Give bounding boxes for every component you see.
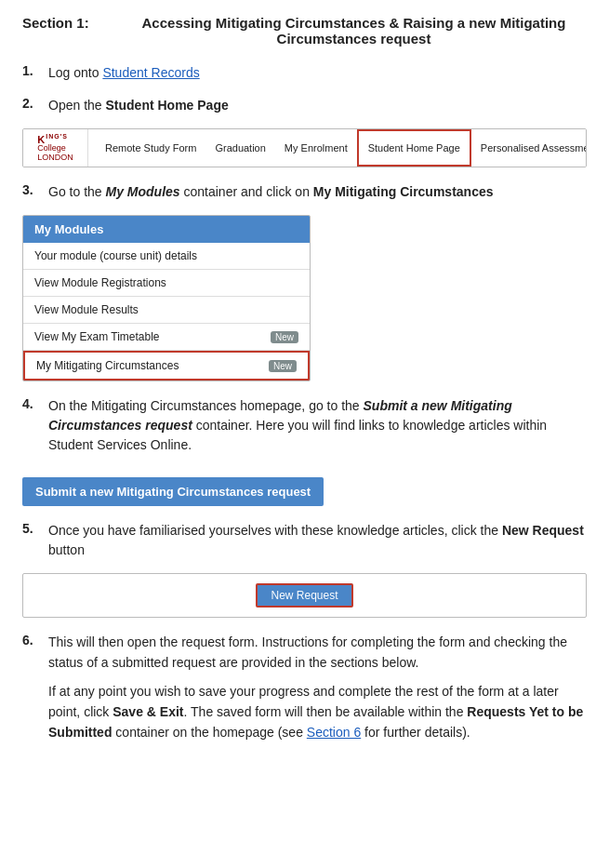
step-6-para2-mid: . The saved form will then be available … [184, 704, 468, 719]
step-1-text-before: Log onto [48, 65, 102, 80]
steps-list: 1. Log onto Student Records 2. Open the … [22, 63, 587, 752]
step-6-content: This will then open the request form. In… [48, 633, 587, 752]
step-4-content: On the Mitigating Circumstances homepage… [48, 396, 587, 455]
section-header: Section 1: Accessing Mitigating Circumst… [22, 15, 587, 47]
step-4-number: 4. [22, 396, 41, 411]
step-5-text: Once you have familiarised yourselves wi… [48, 523, 584, 557]
step-5: 5. Once you have familiarised yourselves… [22, 521, 587, 560]
step-1-content: Log onto Student Records [48, 63, 587, 83]
step-4: 4. On the Mitigating Circumstances homep… [22, 396, 587, 455]
nav-graduation[interactable]: Graduation [205, 129, 274, 167]
step-3-number: 3. [22, 182, 41, 197]
step-6-para2-end: for further details). [361, 725, 470, 740]
nav-student-home[interactable]: Student Home Page [357, 129, 471, 167]
step-5-number: 5. [22, 521, 41, 536]
step-2-text-before: Open the [48, 98, 106, 113]
nav-remote-study[interactable]: Remote Study Form [96, 129, 205, 167]
step-6-para2-after: container on the homepage (see [112, 725, 306, 740]
student-records-link[interactable]: Student Records [102, 65, 199, 80]
nav-screenshot: KING'S College LONDON Remote Study Form … [22, 128, 587, 167]
step-6-number: 6. [22, 633, 41, 648]
modules-container: My Modules Your module (course unit) det… [22, 215, 311, 381]
module-label-4: View My Exam Timetable [34, 330, 160, 343]
step-3-bold2: My Mitigating Circumstances [313, 184, 494, 199]
submit-banner: Submit a new Mitigating Circumstances re… [22, 477, 324, 506]
step-3-text-before: Go to the [48, 184, 105, 199]
badge-new-5: New [269, 360, 297, 372]
module-label-1: Your module (course unit) details [34, 249, 197, 262]
section-6-link[interactable]: Section 6 [307, 725, 361, 740]
module-label-2: View Module Registrations [34, 276, 166, 289]
nav-logo: KING'S College LONDON [23, 129, 88, 167]
step-2: 2. Open the Student Home Page [22, 96, 587, 115]
step-3-content: Go to the My Modules container and click… [48, 182, 587, 202]
module-label-3: View Module Results [34, 303, 139, 316]
step-3: 3. Go to the My Modules container and cl… [22, 182, 587, 202]
nav-assessment[interactable]: Personalised Assessment Arrangements [471, 129, 587, 167]
badge-new-4: New [271, 331, 298, 343]
step-6-save-exit: Save & Exit [113, 704, 183, 719]
step-3-italic-bold: My Modules [105, 184, 179, 199]
step-2-content: Open the Student Home Page [48, 96, 587, 115]
nav-items: Remote Study Form Graduation My Enrolmen… [88, 129, 587, 167]
section-label: Section 1: [22, 15, 106, 47]
step-6-para2: If at any point you wish to save your pr… [48, 682, 587, 742]
step-4-text: On the Mitigating Circumstances homepage… [48, 398, 547, 452]
step-5-content: Once you have familiarised yourselves wi… [48, 521, 587, 560]
module-label-5: My Mitigating Circumstances [36, 359, 179, 372]
modules-header: My Modules [23, 216, 310, 243]
step-1: 1. Log onto Student Records [22, 63, 587, 83]
module-row-2: View Module Registrations [23, 270, 310, 297]
step-2-bold: Student Home Page [106, 98, 229, 113]
module-row-3: View Module Results [23, 297, 310, 324]
module-row-5[interactable]: My Mitigating Circumstances New [23, 351, 310, 381]
module-row-1: Your module (course unit) details [23, 243, 310, 270]
step-2-number: 2. [22, 96, 41, 111]
new-request-button[interactable]: New Request [256, 583, 352, 608]
step-6-para1: This will then open the request form. In… [48, 633, 587, 673]
section-title: Accessing Mitigating Circumstances & Rai… [121, 15, 587, 47]
step-3-text-after: container and click on [180, 184, 313, 199]
module-row-4: View My Exam Timetable New [23, 324, 310, 351]
step-6: 6. This will then open the request form.… [22, 633, 587, 752]
logo-box: KING'S College LONDON [37, 133, 73, 164]
step-1-number: 1. [22, 63, 41, 78]
new-request-box: New Request [22, 573, 587, 618]
nav-enrolment[interactable]: My Enrolment [275, 129, 357, 167]
logo-london: LONDON [37, 154, 73, 163]
